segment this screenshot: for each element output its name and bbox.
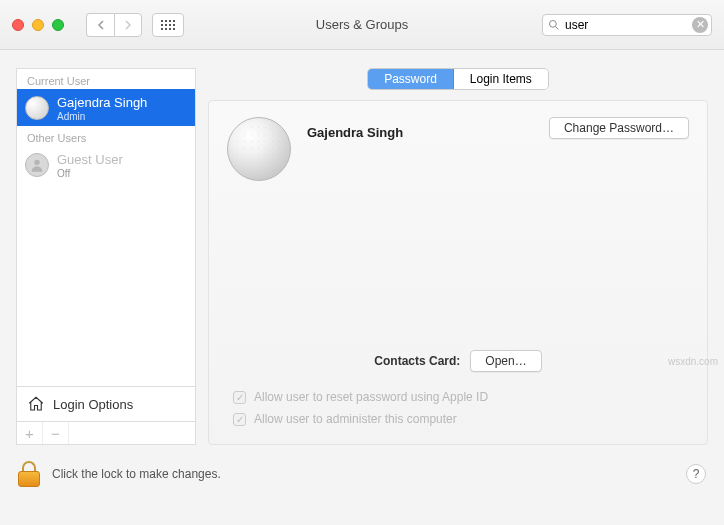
guest-avatar-icon [25,153,49,177]
sidebar-guest-name: Guest User [57,152,123,167]
sidebar-header-other: Other Users [17,126,195,146]
tab-bar: Password Login Items [208,68,708,90]
sidebar-user-name: Gajendra Singh [57,95,147,110]
watermark: wsxdn.com [668,356,718,367]
login-options-label: Login Options [53,397,133,412]
svg-line-1 [556,26,559,29]
forward-button[interactable] [114,13,142,37]
show-all-prefs-button[interactable] [152,13,184,37]
home-icon [27,395,45,413]
grid-icon [161,20,175,30]
allow-admin-checkbox[interactable]: ✓ [233,413,246,426]
users-sidebar: Current User Gajendra Singh Admin Other … [16,68,196,445]
content-area: Current User Gajendra Singh Admin Other … [0,50,724,455]
allow-reset-checkbox-row: ✓ Allow user to reset password using App… [233,390,689,404]
svg-point-2 [34,159,39,164]
tab-login-items[interactable]: Login Items [454,69,548,89]
back-button[interactable] [86,13,114,37]
clear-search-button[interactable]: ✕ [692,17,708,33]
sidebar-header-current: Current User [17,69,195,89]
avatar-icon [25,96,49,120]
close-window-button[interactable] [12,19,24,31]
sidebar-user-role: Admin [57,111,147,122]
allow-reset-checkbox[interactable]: ✓ [233,391,246,404]
window-title: Users & Groups [316,17,408,32]
remove-user-button[interactable]: − [43,422,69,444]
help-button[interactable]: ? [686,464,706,484]
main-panel: Password Login Items Gajendra Singh Chan… [208,68,708,445]
password-panel: Gajendra Singh Change Password… Contacts… [208,100,708,445]
allow-admin-checkbox-row: ✓ Allow user to administer this computer [233,412,689,426]
minimize-window-button[interactable] [32,19,44,31]
allow-reset-label: Allow user to reset password using Apple… [254,390,488,404]
user-avatar-large[interactable] [227,117,291,181]
lock-icon[interactable] [18,461,40,487]
sidebar-user-guest[interactable]: Guest User Off [17,146,195,183]
open-contacts-button[interactable]: Open… [470,350,541,372]
svg-point-0 [550,20,557,27]
search-input[interactable] [542,14,712,36]
contacts-card-label: Contacts Card: [374,354,460,368]
titlebar: Users & Groups ✕ [0,0,724,50]
sidebar-user-current[interactable]: Gajendra Singh Admin [17,89,195,126]
lock-hint-text: Click the lock to make changes. [52,467,221,481]
window-controls [12,19,64,31]
footer: Click the lock to make changes. ? [0,455,724,499]
contacts-card-row: Contacts Card: Open… [227,350,689,372]
search-field-wrap: ✕ [542,14,712,36]
add-user-button[interactable]: + [17,422,43,444]
allow-admin-label: Allow user to administer this computer [254,412,457,426]
login-options-row[interactable]: Login Options [17,386,195,421]
add-remove-row: + − [17,421,195,444]
user-display-name: Gajendra Singh [307,117,533,140]
search-icon [548,19,560,31]
tab-password[interactable]: Password [368,69,454,89]
nav-buttons [86,13,142,37]
change-password-button[interactable]: Change Password… [549,117,689,139]
sidebar-guest-role: Off [57,168,123,179]
maximize-window-button[interactable] [52,19,64,31]
